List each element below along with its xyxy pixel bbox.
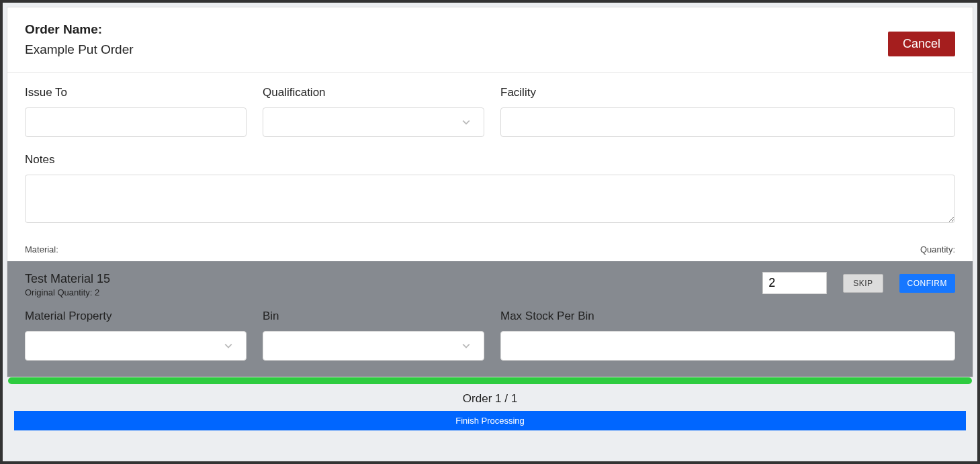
line-item-title-block: Test Material 15 Original Quantity: 2: [25, 272, 110, 297]
notes-textarea[interactable]: [25, 175, 955, 223]
line-item-form-row: Material Property Bin Max Stock Per Bin: [25, 310, 955, 361]
qualification-field: Qualification: [263, 86, 484, 137]
meta-row: Material: Quantity:: [7, 239, 973, 261]
material-property-label: Material Property: [25, 310, 247, 323]
facility-field: Facility: [500, 86, 955, 137]
bin-label: Bin: [263, 310, 484, 323]
app-container: Order Name: Example Put Order Cancel Iss…: [3, 3, 977, 461]
header-title-block: Order Name: Example Put Order: [25, 22, 134, 57]
notes-label: Notes: [25, 153, 955, 167]
confirm-button[interactable]: CONFIRM: [899, 274, 956, 293]
line-item-panel: Test Material 15 Original Quantity: 2 SK…: [7, 261, 973, 377]
qualification-select[interactable]: [263, 107, 484, 137]
skip-button[interactable]: SKIP: [843, 274, 883, 293]
card-header: Order Name: Example Put Order Cancel: [7, 7, 973, 73]
bin-field: Bin: [263, 310, 484, 361]
order-card: Order Name: Example Put Order Cancel Iss…: [7, 7, 973, 377]
order-name-label: Order Name:: [25, 22, 134, 37]
cancel-button[interactable]: Cancel: [888, 32, 955, 56]
material-property-field: Material Property: [25, 310, 247, 361]
notes-field: Notes: [7, 137, 973, 239]
material-name: Test Material 15: [25, 272, 110, 286]
max-stock-input[interactable]: [500, 331, 955, 361]
finish-processing-button[interactable]: Finish Processing: [14, 411, 966, 430]
quantity-meta-label: Quantity:: [920, 244, 955, 254]
max-stock-field: Max Stock Per Bin: [500, 310, 955, 361]
facility-label: Facility: [500, 86, 955, 99]
page-indicator: Order 1 / 1: [7, 388, 973, 411]
qualification-label: Qualification: [263, 86, 484, 99]
bin-select[interactable]: [263, 331, 484, 361]
chevron-down-icon: [224, 342, 232, 350]
quantity-input[interactable]: [762, 272, 827, 294]
original-quantity-text: Original Quantity: 2: [25, 287, 110, 297]
issue-to-input[interactable]: [25, 107, 247, 137]
facility-input[interactable]: [500, 107, 955, 137]
material-property-select[interactable]: [25, 331, 247, 361]
issue-to-field: Issue To: [25, 86, 247, 137]
chevron-down-icon: [462, 118, 470, 126]
progress-bar: [8, 377, 972, 384]
max-stock-label: Max Stock Per Bin: [500, 310, 955, 323]
issue-to-label: Issue To: [25, 86, 247, 99]
form-row-1: Issue To Qualification Facility: [7, 73, 973, 137]
chevron-down-icon: [462, 342, 470, 350]
order-name-value: Example Put Order: [25, 42, 134, 57]
material-meta-label: Material:: [25, 244, 58, 254]
line-item-controls: SKIP CONFIRM: [762, 272, 955, 294]
line-item-header: Test Material 15 Original Quantity: 2 SK…: [25, 272, 955, 297]
